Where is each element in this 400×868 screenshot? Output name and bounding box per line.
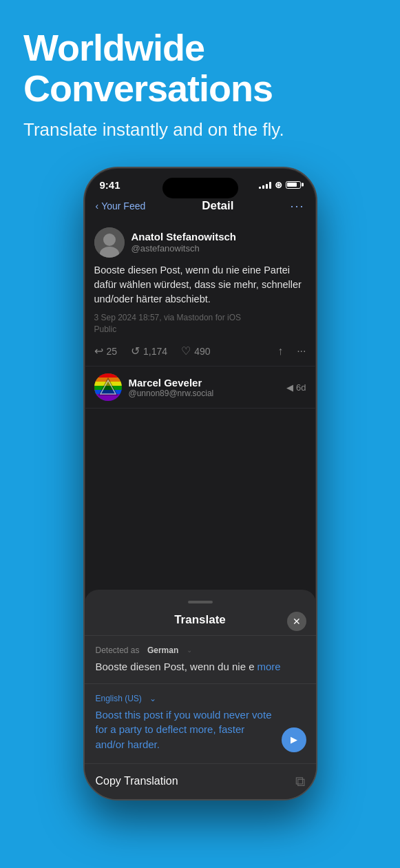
wifi-icon: ⊛: [275, 180, 282, 190]
booster-info: Marcel Geveler @unnon89@nrw.social: [129, 377, 280, 398]
play-button[interactable]: ▶: [282, 727, 306, 752]
signal-icon: [259, 180, 271, 189]
more-link[interactable]: more: [257, 661, 281, 672]
back-label: Your Feed: [101, 200, 145, 211]
share-icon: ↑: [277, 345, 283, 358]
close-button[interactable]: ✕: [287, 612, 306, 631]
svg-rect-4: [94, 373, 122, 378]
post-body: Booste diesen Post, wenn du nie eine Par…: [94, 263, 306, 307]
lang-chevron-icon: ⌄: [187, 646, 192, 654]
more-action[interactable]: ···: [297, 345, 306, 358]
app-background: Worldwide Conversations Translate instan…: [0, 0, 400, 800]
post-header: Anatol Stefanowitsch @astefanowitsch: [94, 227, 306, 258]
translate-panel: Translate ✕ Detected as German ⌄ Booste …: [85, 590, 316, 799]
status-icons: ⊛: [259, 180, 301, 190]
boost-count: 1,174: [143, 346, 167, 357]
avatar-svg: [94, 227, 125, 258]
translate-header: Translate ✕: [85, 613, 316, 636]
translate-title: Translate: [174, 613, 226, 627]
post-actions: ↩ 25 ↺ 1,174 ♡ 490 ↑: [94, 342, 306, 360]
boosted-by-row: Marcel Geveler @unnon89@nrw.social ◀ 6d: [85, 366, 316, 409]
svg-point-1: [103, 234, 116, 246]
boost-reply-icon: ◀: [286, 382, 293, 393]
drag-handle[interactable]: [188, 601, 213, 603]
post-timestamp: 3 Sep 2024 18:57, via Mastodon for iOS: [94, 313, 241, 322]
translated-text: Boost this post if you would never vote …: [96, 707, 305, 752]
author-handle: @astefanowitsch: [131, 243, 237, 254]
dynamic-island: [162, 178, 238, 198]
booster-avatar: [94, 373, 122, 401]
copy-label: Copy Translation: [96, 775, 178, 787]
nav-title: Detail: [202, 199, 233, 213]
post-visibility: Public: [94, 324, 117, 334]
author-name: Anatol Stefanowitsch: [131, 231, 237, 242]
detected-lang-label: Detected as German ⌄: [96, 645, 305, 655]
hero-subtitle: Translate instantly and on the fly.: [23, 119, 377, 141]
target-lang-label: English (US) ⌄: [96, 694, 305, 703]
phone-device: 9:41 ⊛ ‹ You: [83, 167, 317, 800]
reply-icon: ↩: [94, 344, 103, 358]
reply-action[interactable]: ↩ 25: [94, 344, 118, 358]
more-button[interactable]: ···: [290, 199, 304, 214]
copy-section[interactable]: Copy Translation ⧉: [85, 764, 316, 799]
translated-section: English (US) ⌄ Boost this post if you wo…: [85, 684, 316, 764]
author-info: Anatol Stefanowitsch @astefanowitsch: [131, 231, 237, 254]
boost-time: ◀ 6d: [286, 382, 306, 393]
like-count: 490: [194, 346, 210, 357]
reply-count: 25: [107, 346, 118, 357]
author-avatar: [94, 227, 125, 258]
like-action[interactable]: ♡ 490: [181, 344, 210, 358]
hero-title: Worldwide Conversations: [23, 28, 377, 110]
heart-icon: ♡: [181, 344, 191, 358]
chevron-left-icon: ‹: [96, 200, 99, 211]
nav-bar: ‹ Your Feed Detail ···: [85, 195, 316, 219]
ellipsis-icon: ···: [297, 345, 306, 358]
phone-wrapper: 9:41 ⊛ ‹ You: [0, 167, 400, 800]
boost-action[interactable]: ↺ 1,174: [131, 344, 167, 358]
original-section: Detected as German ⌄ Booste diesen Post,…: [85, 636, 316, 684]
post-meta: 3 Sep 2024 18:57, via Mastodon for iOS P…: [94, 312, 306, 335]
battery-icon: [286, 181, 301, 189]
copy-icon: ⧉: [295, 774, 305, 789]
status-time: 9:41: [100, 179, 120, 191]
rainbow-avatar-svg: [94, 373, 122, 401]
booster-handle: @unnon89@nrw.social: [129, 389, 280, 398]
original-text: Booste diesen Post, wenn du nie emore: [96, 659, 305, 674]
post-card: Anatol Stefanowitsch @astefanowitsch Boo…: [85, 219, 316, 367]
lang-chevron-icon-2: ⌄: [149, 694, 156, 703]
hero-header: Worldwide Conversations Translate instan…: [0, 0, 400, 154]
booster-name: Marcel Geveler: [129, 377, 280, 389]
back-button[interactable]: ‹ Your Feed: [96, 200, 146, 211]
boost-icon: ↺: [131, 344, 140, 358]
share-action[interactable]: ↑: [277, 345, 283, 358]
